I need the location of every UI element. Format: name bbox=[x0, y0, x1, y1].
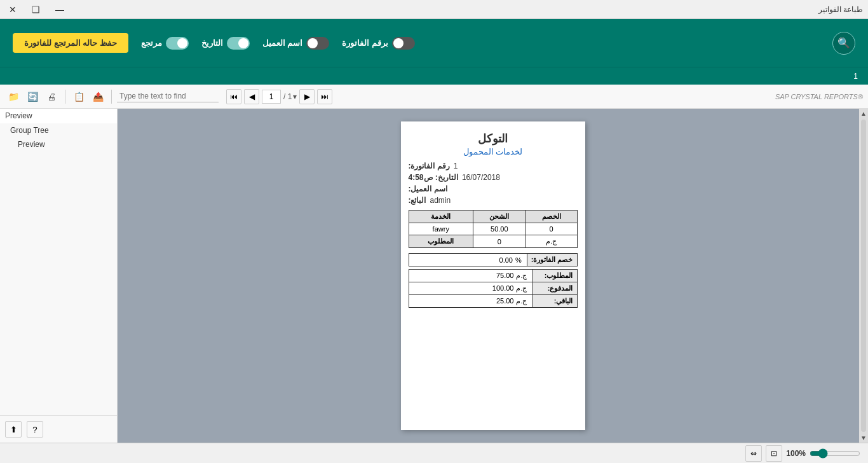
summary-row-1: المطلوب: ج.م 75.00 bbox=[409, 269, 578, 282]
zoom-slider[interactable] bbox=[810, 448, 860, 459]
first-page-button[interactable]: ⏮ bbox=[226, 89, 241, 104]
main-area: Preview Group Tree Preview ⬆ ? التوكل لخ… bbox=[0, 109, 868, 443]
last-page-button[interactable]: ⏭ bbox=[317, 89, 332, 104]
panel-export-button[interactable]: ⬆ bbox=[5, 421, 22, 438]
fit-width-icon: ⇔ bbox=[750, 449, 757, 458]
table-cell-service-1: fawry bbox=[409, 223, 473, 235]
preview-area: التوكل لخدمات المحمول 1 رقم الفاتورة: 16… bbox=[118, 109, 868, 443]
table-cell-discount-2: ج.م bbox=[526, 235, 577, 248]
invoice-num-group: برقم الفاتورة bbox=[342, 37, 415, 50]
date-toggle[interactable] bbox=[227, 37, 250, 50]
summary-row-3: الباقي: ج.م 25.00 bbox=[409, 294, 578, 308]
table-header-shipping: الشحن bbox=[473, 211, 526, 223]
invoice-title: التوكل bbox=[409, 132, 578, 146]
summary-currency-3: ج.م bbox=[516, 297, 527, 305]
summary-amount-2: 100.00 bbox=[492, 284, 514, 293]
invoice-client-label: اسم العميل: bbox=[409, 184, 447, 193]
client-name-group: اسم العميل bbox=[262, 37, 330, 50]
page-input[interactable]: 1 bbox=[262, 90, 281, 104]
panel-help-button[interactable]: ? bbox=[27, 421, 43, 438]
summary-currency-1: ج.م bbox=[516, 272, 527, 280]
refresh-button[interactable]: 🔄 bbox=[24, 88, 41, 105]
search-input[interactable] bbox=[117, 90, 219, 102]
invoice-num-value: 1 bbox=[454, 162, 458, 170]
table-cell-shipping-2: 0 bbox=[473, 235, 526, 248]
status-bar: ⇔ ⊡ 100% bbox=[0, 443, 868, 463]
invoice-paper: التوكل لخدمات المحمول 1 رقم الفاتورة: 16… bbox=[401, 121, 585, 430]
invoice-subtitle: لخدمات المحمول bbox=[409, 147, 578, 156]
refresh-icon: 🔄 bbox=[27, 92, 38, 102]
invoice-table: الخصم الشحن الخدمة 0 50.00 fawry ج.م 0 ا… bbox=[409, 210, 578, 248]
fit-page-icon: ⊡ bbox=[771, 449, 777, 458]
table-cell-service-2: المطلوب bbox=[409, 235, 473, 248]
window-title: طباعة الفواتير bbox=[818, 5, 863, 14]
save-button[interactable]: حفظ حاله المرتجع للفاتورة bbox=[13, 33, 128, 53]
summary-amount-3: 25.00 bbox=[496, 297, 514, 305]
invoice-client-field: اسم العميل: bbox=[409, 184, 578, 193]
invoice-date-value: 16/07/2018 bbox=[462, 173, 500, 182]
preview-tree-item[interactable]: Preview bbox=[0, 137, 117, 151]
review-group: مرتجع bbox=[141, 37, 189, 50]
chevron-down-icon[interactable]: ▾ bbox=[293, 92, 297, 101]
scroll-track[interactable] bbox=[861, 120, 866, 432]
invoice-date-field: 16/07/2018 التاريخ: ص4:58 bbox=[409, 173, 578, 182]
search-icon: 🔍 bbox=[837, 37, 850, 49]
export-icon: 📤 bbox=[93, 92, 104, 102]
folder-icon: 📁 bbox=[8, 92, 19, 102]
scroll-down-arrow[interactable]: ▼ bbox=[859, 433, 868, 443]
maximize-button[interactable]: ❑ bbox=[28, 3, 44, 16]
toolbar-separator-2 bbox=[111, 90, 112, 104]
invoice-num-toggle[interactable] bbox=[392, 37, 415, 50]
title-bar: ✕ ❑ — طباعة الفواتير bbox=[0, 0, 868, 19]
zoom-fit-width-button[interactable]: ⇔ bbox=[745, 445, 762, 462]
page-number: 1 bbox=[853, 72, 858, 81]
minimize-button[interactable]: — bbox=[51, 3, 68, 16]
crystal-brand: SAP CRYSTAL REPORTS® bbox=[775, 93, 863, 100]
invoice-num-field: 1 رقم الفاتورة: bbox=[409, 162, 578, 170]
prev-page-button[interactable]: ◀ bbox=[244, 89, 259, 104]
page-total-label: / 1 bbox=[283, 92, 292, 101]
invoice-seller-value: admin bbox=[430, 196, 451, 205]
close-button[interactable]: ✕ bbox=[5, 3, 20, 16]
preview-tab[interactable]: Preview bbox=[0, 109, 117, 123]
summary-value-2: ج.م 100.00 bbox=[487, 282, 532, 294]
vertical-scrollbar[interactable]: ▲ ▼ bbox=[859, 109, 868, 443]
toolbar-separator-1 bbox=[65, 90, 65, 104]
date-label: التاريخ bbox=[201, 38, 223, 48]
page-num-bar: 1 bbox=[0, 67, 868, 85]
summary-value-1: ج.م 75.00 bbox=[491, 270, 532, 282]
next-page-button[interactable]: ▶ bbox=[299, 89, 315, 104]
table-cell-shipping-1: 50.00 bbox=[473, 223, 526, 235]
invoice-seller-field: admin البائع: bbox=[409, 196, 578, 205]
export-small-icon: ⬆ bbox=[10, 425, 17, 434]
discount-currency: % bbox=[515, 256, 522, 264]
date-group: التاريخ bbox=[201, 37, 250, 50]
print-button[interactable]: 🖨 bbox=[43, 88, 60, 105]
table-cell-discount-1: 0 bbox=[526, 223, 577, 235]
export-button[interactable]: 📤 bbox=[90, 88, 106, 105]
invoice-num-label: برقم الفاتورة bbox=[342, 38, 388, 48]
summary-label-1: المطلوب: bbox=[532, 270, 577, 282]
group-tree-item[interactable]: Group Tree bbox=[0, 123, 117, 137]
toolbar-fields: برقم الفاتورة اسم العميل التاريخ مرتجع ح… bbox=[13, 33, 415, 53]
scroll-up-arrow[interactable]: ▲ bbox=[859, 109, 868, 118]
discount-row-value: % 0.00 bbox=[494, 254, 527, 266]
review-toggle[interactable] bbox=[166, 37, 189, 50]
table-row: ج.م 0 المطلوب bbox=[409, 235, 577, 248]
summary-value-3: ج.م 25.00 bbox=[491, 295, 532, 307]
open-button[interactable]: 📁 bbox=[5, 88, 22, 105]
help-icon: ? bbox=[32, 425, 37, 434]
discount-row-label: خصم الفاتورة: bbox=[527, 254, 577, 266]
top-search-button[interactable]: 🔍 bbox=[832, 32, 855, 55]
discount-value: 0.00 bbox=[499, 256, 513, 264]
summary-label-3: الباقي: bbox=[532, 295, 577, 307]
table-header-service: الخدمة bbox=[409, 211, 473, 223]
zoom-label: 100% bbox=[786, 449, 806, 458]
client-name-toggle[interactable] bbox=[306, 37, 329, 50]
table-header-discount: الخصم bbox=[526, 211, 577, 223]
zoom-fit-page-button[interactable]: ⊡ bbox=[766, 445, 782, 462]
page-total: / 1 ▾ bbox=[283, 92, 297, 101]
summary-currency-2: ج.م bbox=[516, 284, 527, 293]
zoom-controls: ⇔ ⊡ 100% bbox=[745, 445, 860, 462]
copy-button[interactable]: 📋 bbox=[71, 88, 87, 105]
